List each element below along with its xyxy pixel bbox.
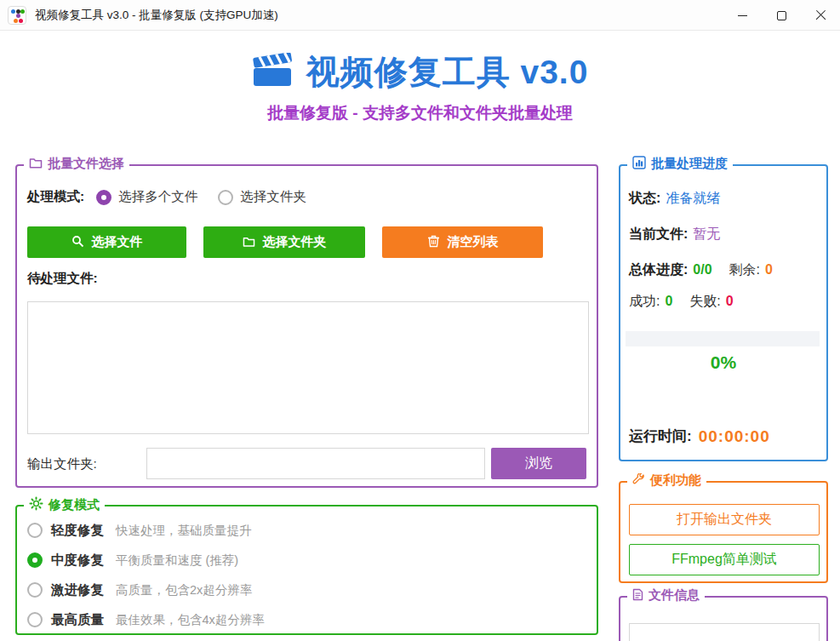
current-file-value: 暂无 — [693, 226, 720, 243]
file-info-group-title: 文件信息 — [649, 587, 700, 604]
success-fail-row: 成功: 0 失败: 0 — [629, 291, 820, 312]
select-files-button[interactable]: 选择文件 — [27, 226, 186, 258]
close-button[interactable] — [801, 0, 840, 31]
repair-option-label: 轻度修复 — [51, 522, 104, 540]
status-value: 准备就绪 — [666, 190, 720, 208]
runtime-value: 00:00:00 — [699, 427, 770, 446]
radio-unselected-icon — [27, 582, 43, 598]
repair-mode-group: 修复模式 轻度修复 快速处理，基础质量提升 中度修复 平衡质量和速度 (推荐) … — [15, 505, 598, 635]
folder-icon — [243, 235, 255, 249]
app-window: 视频修复工具 v3.0 - 批量修复版 (支持GPU加速) — [0, 0, 840, 641]
radio-select-folder-mode[interactable]: 选择文件夹 — [218, 188, 306, 206]
window-title: 视频修复工具 v3.0 - 批量修复版 (支持GPU加速) — [35, 8, 278, 23]
current-file-label: 当前文件: — [629, 226, 688, 243]
remaining-label: 剩余: — [729, 261, 760, 279]
output-folder-row: 输出文件夹: 浏览 — [27, 448, 590, 479]
utilities-group-title: 便利功能 — [650, 472, 701, 489]
wrench-icon — [632, 473, 645, 489]
process-mode-row: 处理模式: 选择多个文件 选择文件夹 — [27, 188, 318, 206]
fail-value: 0 — [726, 294, 734, 309]
process-mode-label: 处理模式: — [27, 188, 84, 206]
radio-unselected-icon — [27, 523, 43, 538]
fail-label: 失败: — [689, 293, 720, 311]
overall-progress-label: 总体进度: — [629, 261, 688, 279]
progress-group-title: 批量处理进度 — [651, 156, 728, 172]
clear-list-label: 清空列表 — [448, 234, 499, 250]
document-icon — [632, 588, 643, 604]
title-bar: 视频修复工具 v3.0 - 批量修复版 (支持GPU加速) — [0, 0, 840, 31]
progress-group: 批量处理进度 状态: 准备就绪 当前文件: 暂无 总体进度: 0/0 剩余: 0… — [619, 164, 828, 461]
radio-light-repair[interactable]: 轻度修复 快速处理，基础质量提升 — [27, 518, 252, 542]
radio-max-quality[interactable]: 最高质量 最佳效果，包含4x超分辨率 — [27, 608, 265, 632]
repair-option-desc: 最佳效果，包含4x超分辨率 — [116, 612, 265, 628]
browse-button[interactable]: 浏览 — [491, 448, 586, 479]
select-files-label: 选择文件 — [92, 234, 143, 250]
repair-option-desc: 快速处理，基础质量提升 — [116, 523, 252, 539]
app-header: 视频修复工具 v3.0 批量修复版 - 支持多文件和文件夹批量处理 — [0, 31, 840, 124]
clear-list-button[interactable]: 清空列表 — [382, 226, 543, 258]
action-button-row: 选择文件 选择文件夹 清空列表 — [17, 226, 597, 258]
trash-icon — [427, 234, 440, 250]
repair-option-desc: 高质量，包含2x超分辨率 — [116, 582, 252, 598]
clapperboard-icon — [252, 53, 293, 92]
output-folder-label: 输出文件夹: — [27, 448, 97, 479]
status-label: 状态: — [629, 190, 660, 208]
progress-bar — [626, 331, 820, 346]
radio-medium-repair[interactable]: 中度修复 平衡质量和速度 (推荐) — [27, 548, 238, 572]
minimize-icon — [738, 15, 747, 16]
pending-files-label: 待处理文件: — [27, 270, 98, 288]
file-info-group: 文件信息 — [619, 596, 828, 641]
minimize-button[interactable] — [723, 0, 762, 31]
repair-option-label: 最高质量 — [51, 611, 104, 629]
pending-files-listbox[interactable] — [27, 301, 589, 434]
select-folder-button[interactable]: 选择文件夹 — [203, 226, 365, 258]
status-row: 状态: 准备就绪 — [629, 188, 820, 209]
runtime-label: 运行时间: — [629, 426, 692, 446]
maximize-icon — [777, 11, 786, 20]
remaining-value: 0 — [765, 262, 773, 278]
search-icon — [71, 235, 84, 250]
success-value: 0 — [665, 294, 672, 309]
app-logo-icon — [8, 6, 26, 25]
repair-option-label: 激进修复 — [51, 581, 104, 599]
repair-mode-group-title: 修复模式 — [49, 497, 100, 513]
output-folder-input[interactable] — [146, 448, 485, 479]
current-file-row: 当前文件: 暂无 — [629, 224, 820, 244]
maximize-button[interactable] — [762, 0, 801, 31]
open-output-folder-button[interactable]: 打开输出文件夹 — [629, 504, 820, 535]
bar-chart-icon — [632, 156, 646, 172]
gear-icon — [29, 496, 43, 513]
page-subtitle: 批量修复版 - 支持多文件和文件夹批量处理 — [0, 102, 840, 124]
repair-option-label: 中度修复 — [51, 552, 104, 569]
radio-unselected-icon — [218, 190, 233, 205]
utilities-group: 便利功能 打开输出文件夹 FFmpeg简单测试 — [619, 481, 828, 583]
progress-percent: 0% — [620, 352, 826, 373]
folder-icon — [29, 157, 43, 171]
success-label: 成功: — [629, 293, 660, 311]
overall-progress-row: 总体进度: 0/0 剩余: 0 — [629, 260, 820, 280]
radio-selected-icon — [27, 552, 43, 568]
repair-option-desc: 平衡质量和速度 (推荐) — [116, 552, 238, 569]
radio-unselected-icon — [27, 612, 43, 627]
file-selection-group-title: 批量文件选择 — [48, 156, 124, 172]
radio-aggressive-repair[interactable]: 激进修复 高质量，包含2x超分辨率 — [27, 578, 252, 602]
radio-selected-icon — [96, 190, 111, 205]
radio-select-multiple-files[interactable]: 选择多个文件 — [96, 188, 197, 206]
radio-label: 选择多个文件 — [118, 188, 197, 206]
file-info-box — [629, 623, 820, 641]
runtime-row: 运行时间: 00:00:00 — [629, 426, 770, 446]
radio-label: 选择文件夹 — [240, 188, 306, 206]
close-icon — [815, 10, 826, 21]
overall-progress-value: 0/0 — [693, 262, 711, 278]
page-title: 视频修复工具 v3.0 — [306, 49, 589, 95]
file-selection-group: 批量文件选择 处理模式: 选择多个文件 选择文件夹 选择文件 — [15, 164, 598, 488]
ffmpeg-test-button[interactable]: FFmpeg简单测试 — [629, 544, 820, 575]
select-folder-label: 选择文件夹 — [263, 234, 327, 250]
